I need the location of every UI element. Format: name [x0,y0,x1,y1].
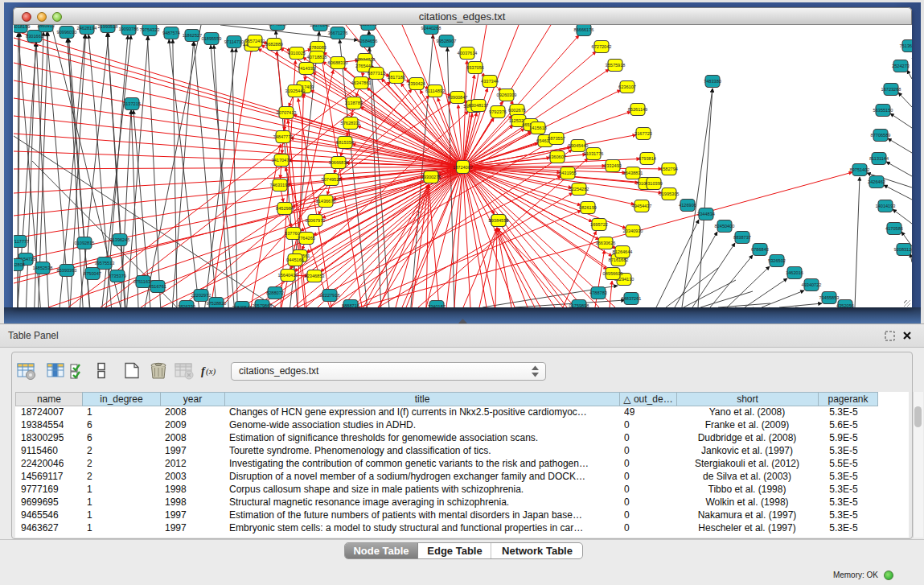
svg-text:15640410: 15640410 [278,273,298,278]
svg-text:7764265: 7764265 [298,236,315,241]
svg-text:79754323: 79754323 [140,27,160,32]
svg-text:85261149: 85261149 [628,107,647,112]
svg-text:01396245: 01396245 [110,237,130,242]
svg-text:1860913: 1860913 [37,25,55,28]
svg-text:0431955: 0431955 [559,171,577,175]
svg-text:91031776: 91031776 [584,151,604,156]
svg-text:57628331: 57628331 [341,121,361,126]
svg-text:74633191: 74633191 [270,183,290,187]
svg-text:89751402: 89751402 [850,167,870,172]
svg-text:40718818: 40718818 [307,55,327,60]
svg-text:49454437: 49454437 [632,204,652,208]
svg-text:4337344: 4337344 [481,79,499,84]
svg-text:2332493: 2332493 [604,163,622,168]
svg-text:4788783: 4788783 [589,290,607,295]
svg-text:42346853: 42346853 [305,274,325,278]
svg-text:3167723: 3167723 [634,131,652,136]
svg-text:2122330: 2122330 [359,25,377,27]
svg-text:4126906: 4126906 [679,203,696,208]
svg-text:43900847: 43900847 [448,95,468,100]
svg-text:16723268: 16723268 [881,87,901,92]
svg-text:82450400: 82450400 [715,224,735,229]
svg-text:8452984: 8452984 [276,206,294,211]
svg-text:01995305: 01995305 [659,192,680,196]
svg-text:3340187: 3340187 [428,304,446,307]
svg-text:42684656: 42684656 [358,39,378,43]
svg-text:01759898: 01759898 [569,303,589,307]
svg-text:40037614: 40037614 [458,51,478,56]
svg-text:8301661: 8301661 [26,34,43,39]
svg-text:5326502: 5326502 [768,258,786,263]
svg-text:63048137: 63048137 [469,103,489,108]
svg-text:20579868: 20579868 [253,303,273,307]
svg-text:97528820: 97528820 [207,301,227,306]
svg-text:60688310: 60688310 [328,60,348,65]
svg-text:21993518: 21993518 [98,25,118,29]
svg-text:20707413: 20707413 [277,110,297,115]
svg-text:1695722: 1695722 [590,222,608,227]
svg-text:5815354: 5815354 [336,140,354,145]
svg-text:57117777: 57117777 [14,239,29,244]
svg-text:14014193: 14014193 [876,204,896,208]
svg-text:5888718: 5888718 [342,303,359,307]
svg-text:19093786: 19093786 [119,27,139,31]
svg-text:8682889: 8682889 [265,42,283,47]
svg-text:1582794: 1582794 [660,167,678,171]
svg-text:29300275: 29300275 [421,175,441,179]
svg-text:85393363: 85393363 [57,268,77,273]
svg-text:6360607: 6360607 [548,154,566,159]
svg-text:19384554: 19384554 [489,218,509,223]
svg-text:74847771: 74847771 [273,134,294,139]
svg-text:2426462: 2426462 [868,179,885,184]
svg-text:81131144: 81131144 [869,156,889,161]
svg-text:84837261: 84837261 [622,296,642,301]
svg-text:8288072: 8288072 [266,290,284,295]
svg-text:1462016: 1462016 [786,270,803,275]
svg-text:4170586: 4170586 [885,226,903,231]
svg-text:61114893: 61114893 [425,89,445,93]
svg-text:24628194: 24628194 [77,26,97,31]
svg-text:87706589: 87706589 [871,133,891,138]
svg-text:59045440: 59045440 [569,143,589,148]
svg-text:20340930: 20340930 [623,229,643,233]
svg-text:0826199: 0826199 [579,205,597,210]
svg-text:4352056: 4352056 [836,303,854,307]
svg-text:49340722: 49340722 [802,282,822,287]
svg-text:92440268: 92440268 [421,26,441,31]
svg-text:31925449: 31925449 [285,89,306,93]
svg-text:7483380: 7483380 [704,79,721,84]
svg-text:02067970: 02067970 [306,218,326,223]
svg-text:0445166: 0445166 [286,257,304,262]
svg-text:1415618: 1415618 [529,126,547,130]
svg-text:14852538: 14852538 [33,266,53,270]
svg-text:6793814: 6793814 [639,156,656,161]
svg-text:1826330: 1826330 [178,304,195,307]
svg-text:2524273: 2524273 [892,64,910,68]
svg-text:39575513: 39575513 [95,261,115,266]
svg-text:50749528: 50749528 [322,177,342,182]
svg-text:7414333: 7414333 [298,66,315,71]
svg-text:16438831: 16438831 [623,171,643,175]
svg-text:3735379: 3735379 [109,274,126,278]
svg-text:2138783: 2138783 [345,101,363,105]
svg-text:2344834: 2344834 [697,212,715,216]
svg-text:70455853: 70455853 [819,295,840,300]
svg-text:56355150: 56355150 [873,108,893,113]
svg-text:31436676: 31436676 [316,199,336,204]
svg-text:90996030: 90996030 [57,30,77,35]
svg-text:4310399: 4310399 [645,181,663,186]
svg-text:2817180: 2817180 [388,75,405,80]
svg-text:92083124: 92083124 [894,247,912,252]
svg-text:3852808: 3852808 [14,262,25,267]
svg-text:6877313: 6877313 [368,71,385,76]
svg-text:6786843: 6786843 [751,247,769,252]
svg-text:01092815: 01092815 [75,241,95,245]
svg-text:22202972: 22202972 [191,293,211,298]
svg-text:36630626: 36630626 [596,241,616,245]
svg-text:9310025: 9310025 [288,51,306,56]
svg-text:2390424: 2390424 [408,81,425,86]
svg-text:9792376: 9792376 [489,109,507,114]
svg-text:30666836: 30666836 [329,160,349,165]
svg-text:8838737: 8838737 [733,235,751,240]
svg-text:8750047: 8750047 [84,271,101,276]
